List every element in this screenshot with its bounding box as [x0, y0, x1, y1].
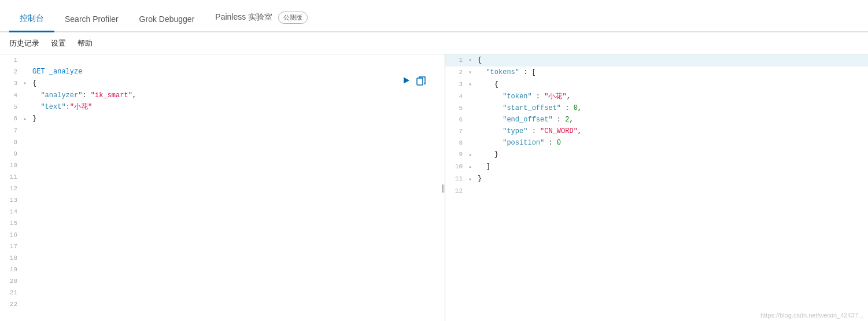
line-number: 8 [445, 137, 468, 149]
table-row: 15 [0, 217, 445, 229]
table-row: 8 [0, 136, 445, 148]
table-row: 8 "position" : 0 [445, 137, 868, 149]
line-number: 16 [0, 229, 23, 241]
table-row: 3▾ { [445, 79, 868, 91]
right-pane: 1▾{2▾ "tokens" : [3▾ {4 "token" : "小花",5… [445, 54, 868, 321]
line-number: 5 [445, 102, 468, 114]
line-number: 13 [0, 194, 23, 206]
table-row: 1▾{ [445, 54, 868, 67]
line-number: 18 [0, 252, 23, 264]
line-number: 11 [0, 171, 23, 183]
line-content[interactable]: } [475, 149, 868, 160]
line-number: 3 [0, 78, 23, 89]
table-row: 5 "text":"小花" [0, 101, 445, 113]
line-number: 1 [0, 54, 23, 66]
svg-rect-0 [417, 78, 423, 85]
line-number: 2 [0, 66, 23, 78]
table-row: 18 [0, 252, 445, 264]
table-row: 12 [0, 183, 445, 194]
table-row: 7 "type" : "CN_WORD", [445, 126, 868, 137]
left-pane: 12GET _analyze3▾{4 "analyzer": "ik_smart… [0, 54, 445, 321]
beta-badge: 公测版 [278, 12, 308, 24]
line-content[interactable]: "start_offset" : 0, [475, 102, 868, 114]
line-number: 1 [445, 54, 468, 66]
toolbar-history[interactable]: 历史记录 [9, 38, 39, 49]
fold-arrow[interactable]: ▴ [468, 149, 475, 161]
line-number: 19 [0, 264, 23, 275]
toolbar-help[interactable]: 帮助 [77, 38, 93, 49]
line-number: 17 [0, 241, 23, 252]
right-editor[interactable]: 1▾{2▾ "tokens" : [3▾ {4 "token" : "小花",5… [445, 54, 868, 321]
line-number: 9 [0, 148, 23, 160]
line-content[interactable]: { [30, 78, 445, 89]
nav-grok-debugger[interactable]: Grok Debugger [129, 6, 205, 32]
fold-arrow[interactable]: ▴ [468, 174, 475, 185]
drag-divider[interactable]: ‖ [441, 183, 445, 193]
fold-arrow[interactable]: ▾ [468, 55, 475, 67]
table-row: 10 [0, 160, 445, 171]
line-content[interactable]: "tokens" : [ [475, 67, 868, 78]
line-number: 7 [445, 126, 468, 137]
table-row: 4 "analyzer": "ik_smart", [0, 90, 445, 101]
method-keyword: GET [32, 68, 45, 76]
left-editor[interactable]: 12GET _analyze3▾{4 "analyzer": "ik_smart… [0, 54, 445, 321]
table-row: 7 [0, 125, 445, 136]
line-content[interactable]: } [475, 173, 868, 185]
line-number: 9 [445, 149, 468, 160]
table-row: 11 [0, 171, 445, 183]
line-content[interactable]: "text":"小花" [30, 101, 445, 113]
line-number: 4 [445, 91, 468, 102]
line-number: 5 [0, 101, 23, 113]
nav-search-profiler[interactable]: Search Profiler [54, 6, 129, 32]
fold-arrow[interactable]: ▴ [23, 113, 30, 125]
line-content[interactable]: "token" : "小花", [475, 91, 868, 102]
fold-arrow[interactable]: ▾ [23, 78, 30, 90]
line-number: 8 [0, 136, 23, 148]
copy-curl-button[interactable] [416, 75, 426, 86]
line-number: 20 [0, 275, 23, 287]
toolbar-settings[interactable]: 设置 [51, 38, 66, 49]
fold-arrow[interactable]: ▾ [468, 79, 475, 91]
line-content[interactable]: "analyzer": "ik_smart", [30, 90, 445, 101]
nav-painless-lab[interactable]: Painless 实验室 公测版 [205, 3, 318, 32]
line-number: 12 [445, 185, 468, 197]
line-content[interactable]: "type" : "CN_WORD", [475, 126, 868, 137]
table-row: 16 [0, 229, 445, 241]
line-content[interactable]: ] [475, 161, 868, 172]
table-row: 22 [0, 298, 445, 310]
line-number: 21 [0, 287, 23, 298]
line-number: 14 [0, 206, 23, 217]
nav-console[interactable]: 控制台 [9, 5, 54, 32]
line-content[interactable]: { [475, 54, 868, 66]
line-content[interactable]: } [30, 113, 445, 124]
table-row: 9▴ } [445, 149, 868, 161]
toolbar: 历史记录 设置 帮助 [0, 32, 868, 54]
line-number: 12 [0, 183, 23, 194]
line-content[interactable]: { [475, 79, 868, 90]
table-row: 11▴} [445, 173, 868, 185]
line-number: 10 [445, 161, 468, 172]
table-row: 9 [0, 148, 445, 160]
editor-container: 12GET _analyze3▾{4 "analyzer": "ik_smart… [0, 54, 868, 321]
line-number: 11 [445, 173, 468, 185]
line-content[interactable]: GET _analyze [30, 66, 445, 78]
fold-arrow[interactable]: ▾ [468, 67, 475, 79]
table-row: 19 [0, 264, 445, 275]
table-row: 2GET _analyze [0, 66, 445, 78]
fold-arrow[interactable]: ▴ [468, 161, 475, 173]
line-number: 3 [445, 79, 468, 90]
table-row: 14 [0, 206, 445, 217]
line-number: 4 [0, 90, 23, 101]
table-row: 13 [0, 194, 445, 206]
table-row: 2▾ "tokens" : [ [445, 67, 868, 79]
run-button[interactable] [401, 75, 411, 86]
table-row: 20 [0, 275, 445, 287]
line-content[interactable]: "end_offset" : 2, [475, 114, 868, 126]
line-content[interactable]: "position" : 0 [475, 137, 868, 149]
table-row: 21 [0, 287, 445, 298]
table-row: 5 "start_offset" : 0, [445, 102, 868, 114]
table-row: 6▴} [0, 113, 445, 125]
line-number: 22 [0, 298, 23, 310]
table-row: 3▾{ [0, 78, 445, 90]
line-number: 7 [0, 125, 23, 136]
